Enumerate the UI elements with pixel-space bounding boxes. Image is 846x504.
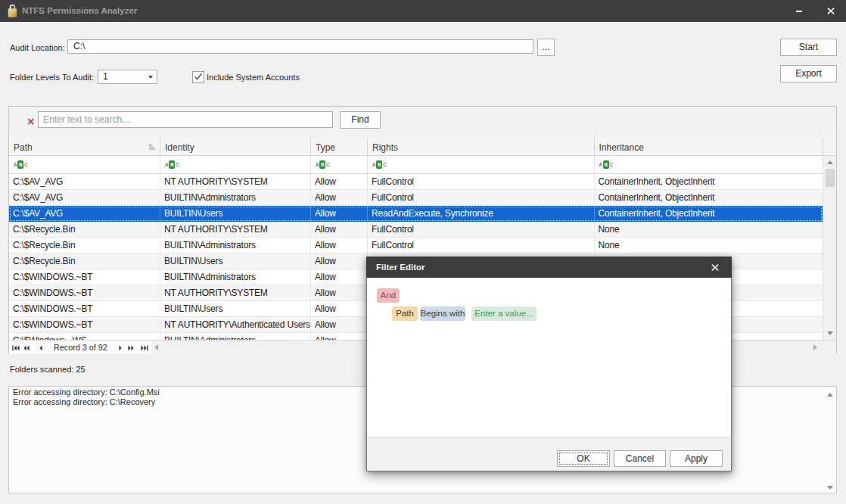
- first-record-icon[interactable]: [12, 345, 20, 351]
- cell-identity: BUILTIN\Users: [160, 254, 311, 269]
- cell-rights: FullControl: [368, 238, 595, 253]
- folder-levels-label: Folder Levels To Audit:: [10, 73, 94, 82]
- search-input[interactable]: Enter text to search...: [38, 111, 333, 128]
- table-row[interactable]: C:\$Recycle.BinNT AUTHORITY\SYSTEMAllowF…: [9, 222, 823, 238]
- cell-identity: NT AUTHORITY\SYSTEM: [160, 174, 311, 189]
- filter-type-abc-icon[interactable]: ABC: [599, 160, 614, 169]
- cell-type: Allow: [311, 254, 368, 269]
- close-button[interactable]: [820, 0, 842, 22]
- scroll-down-icon[interactable]: [827, 331, 833, 335]
- filter-type-abc-icon[interactable]: ABC: [165, 160, 179, 169]
- last-record-icon[interactable]: [141, 345, 148, 351]
- cell-inheritance: None: [595, 238, 823, 253]
- scroll-right-icon[interactable]: [813, 344, 817, 350]
- browse-button[interactable]: ...: [537, 39, 555, 56]
- column-header-path[interactable]: Path: [9, 138, 160, 155]
- titlebar: NTFS Permissions Analyzer: [0, 0, 846, 22]
- cell-identity: NT AUTHORITY\Authenticated Users: [160, 317, 311, 332]
- column-header-inheritance[interactable]: Inheritance: [595, 138, 823, 155]
- cell-type: Allow: [311, 174, 368, 189]
- next-page-icon[interactable]: [128, 345, 134, 351]
- table-row[interactable]: C:\$Recycle.BinBUILTIN\AdministratorsAll…: [9, 238, 823, 254]
- cell-path: C:\$WINDOWS.~BT: [9, 301, 160, 316]
- filter-cell-type[interactable]: ABC: [311, 156, 368, 173]
- table-row-selected[interactable]: C:\$AV_AVGBUILTIN\UsersAllowReadAndExecu…: [9, 206, 823, 222]
- filter-editor-dialog: Filter Editor And Path Begins with Enter…: [366, 257, 732, 471]
- previous-page-icon[interactable]: [23, 345, 30, 351]
- lock-icon: [8, 3, 17, 18]
- table-row[interactable]: C:\$AV_AVGNT AUTHORITY\SYSTEMAllowFullCo…: [9, 174, 823, 190]
- cell-type: Allow: [311, 333, 368, 340]
- filter-value[interactable]: Enter a value...: [471, 306, 537, 321]
- cell-inheritance: ContainerInherit, ObjectInherit: [595, 174, 823, 189]
- column-header-label: Rights: [372, 142, 398, 153]
- include-system-accounts-checkbox[interactable]: [192, 71, 204, 83]
- cell-identity: BUILTIN\Administrators: [160, 269, 311, 285]
- cell-identity: BUILTIN\Users: [160, 301, 311, 316]
- minimize-icon: [796, 11, 802, 12]
- filter-type-abc-icon[interactable]: ABC: [316, 160, 330, 169]
- filter-cell-inheritance[interactable]: ABC: [595, 156, 823, 173]
- export-button[interactable]: Export: [780, 65, 837, 82]
- cell-path: C:\$AV_AVG: [9, 206, 160, 221]
- cell-identity: BUILTIN\Administrators: [160, 333, 311, 340]
- filter-operator[interactable]: Begins with: [420, 306, 465, 321]
- filter-group-operator[interactable]: And: [377, 288, 400, 303]
- cell-path: C:\$Recycle.Bin: [9, 254, 160, 269]
- dialog-close-button[interactable]: [705, 257, 731, 278]
- cell-path: C:\$WINDOWS.~BT: [9, 285, 160, 300]
- cell-type: Allow: [311, 238, 368, 253]
- dialog-titlebar[interactable]: Filter Editor: [366, 257, 732, 278]
- grid-filter-row: ABCABCABCABCABC: [9, 156, 823, 174]
- filter-type-abc-icon[interactable]: ABC: [14, 160, 28, 169]
- folders-scanned-status: Folders scanned: 25: [10, 365, 86, 374]
- record-indicator: Record 3 of 92: [54, 343, 107, 352]
- column-header-type[interactable]: Type: [311, 138, 368, 155]
- ok-button[interactable]: OK: [557, 450, 610, 467]
- cell-type: Allow: [311, 317, 368, 332]
- cell-identity: BUILTIN\Administrators: [160, 190, 311, 205]
- filter-cell-rights[interactable]: ABC: [368, 156, 595, 173]
- filter-cell-identity[interactable]: ABC: [160, 156, 311, 173]
- scroll-up-icon[interactable]: [827, 160, 833, 164]
- cancel-button[interactable]: Cancel: [614, 450, 666, 467]
- next-record-icon[interactable]: [119, 345, 122, 351]
- table-row[interactable]: C:\$AV_AVGBUILTIN\AdministratorsAllowFul…: [9, 190, 823, 206]
- search-placeholder: Enter text to search...: [43, 114, 129, 125]
- log-scroll-up-icon[interactable]: [827, 393, 833, 397]
- audit-location-input[interactable]: C:\: [67, 39, 533, 54]
- vertical-scrollbar[interactable]: [823, 156, 836, 340]
- cell-identity: BUILTIN\Users: [160, 206, 311, 221]
- filter-field[interactable]: Path: [392, 306, 418, 321]
- filter-cell-path[interactable]: ABC: [9, 156, 160, 173]
- cell-rights: FullControl: [368, 174, 595, 189]
- column-header-label: Type: [316, 142, 335, 153]
- cell-inheritance: ContainerInherit, ObjectInherit: [595, 190, 823, 205]
- clear-search-icon[interactable]: [24, 115, 38, 129]
- dialog-title: Filter Editor: [376, 257, 425, 278]
- audit-location-label: Audit Location:: [10, 43, 65, 52]
- log-line: Error accessing directory: C:\Recovery: [13, 397, 155, 406]
- filter-type-abc-icon[interactable]: ABC: [372, 160, 387, 169]
- log-scroll-down-icon[interactable]: [827, 486, 833, 490]
- grid-header-row: PathIdentityTypeRightsInheritance: [9, 138, 836, 156]
- cell-path: C:\$WINDOWS.~BT: [9, 269, 160, 285]
- apply-button[interactable]: Apply: [670, 450, 723, 467]
- cell-identity: NT AUTHORITY\SYSTEM: [160, 222, 311, 237]
- start-button[interactable]: Start: [780, 39, 837, 56]
- minimize-button[interactable]: [787, 0, 810, 22]
- column-header-identity[interactable]: Identity: [160, 138, 311, 155]
- sort-ascending-icon: [149, 144, 156, 150]
- dialog-footer: OK Cancel Apply: [367, 437, 731, 471]
- cell-identity: NT AUTHORITY\SYSTEM: [160, 285, 311, 300]
- dialog-body: And Path Begins with Enter a value...: [367, 278, 731, 437]
- scroll-left-icon[interactable]: [154, 344, 158, 350]
- cell-inheritance: None: [595, 222, 823, 237]
- column-header-label: Identity: [165, 142, 194, 153]
- previous-record-icon[interactable]: [39, 345, 42, 351]
- column-header-rights[interactable]: Rights: [368, 138, 595, 155]
- cell-path: C:\$WINDOWS.~BT: [9, 317, 160, 332]
- vertical-scrollbar-thumb[interactable]: [826, 169, 835, 187]
- find-button[interactable]: Find: [340, 111, 381, 129]
- chevron-down-icon[interactable]: [148, 76, 153, 79]
